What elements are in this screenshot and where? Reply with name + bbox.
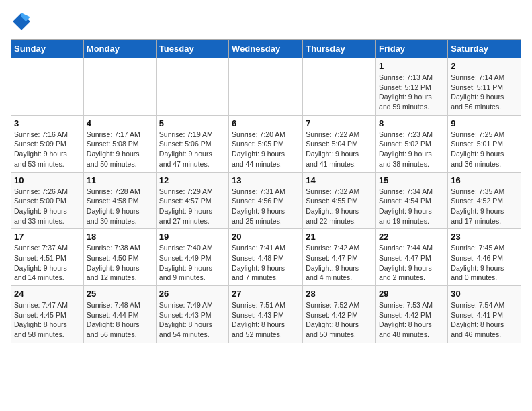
day-cell xyxy=(156,58,228,116)
day-cell: 19Sunrise: 7:40 AM Sunset: 4:49 PM Dayli… xyxy=(156,229,228,286)
day-detail: Sunrise: 7:53 AM Sunset: 4:42 PM Dayligh… xyxy=(379,300,445,340)
logo xyxy=(11,11,35,32)
day-cell: 3Sunrise: 7:16 AM Sunset: 5:09 PM Daylig… xyxy=(11,115,84,172)
day-number: 9 xyxy=(451,118,518,128)
day-detail: Sunrise: 7:51 AM Sunset: 4:43 PM Dayligh… xyxy=(232,300,300,340)
day-number: 20 xyxy=(232,232,300,242)
day-cell: 20Sunrise: 7:41 AM Sunset: 4:48 PM Dayli… xyxy=(229,229,303,286)
day-cell: 11Sunrise: 7:28 AM Sunset: 4:58 PM Dayli… xyxy=(83,172,156,229)
day-cell: 26Sunrise: 7:49 AM Sunset: 4:43 PM Dayli… xyxy=(156,286,228,343)
weekday-header-friday: Friday xyxy=(376,40,448,58)
day-detail: Sunrise: 7:38 AM Sunset: 4:50 PM Dayligh… xyxy=(87,243,153,283)
day-number: 11 xyxy=(87,175,153,185)
day-number: 29 xyxy=(379,289,445,299)
day-detail: Sunrise: 7:48 AM Sunset: 4:44 PM Dayligh… xyxy=(87,300,153,340)
day-number: 30 xyxy=(451,289,518,299)
day-cell: 28Sunrise: 7:52 AM Sunset: 4:42 PM Dayli… xyxy=(303,286,376,343)
day-number: 18 xyxy=(87,232,153,242)
day-number: 7 xyxy=(306,118,373,128)
day-detail: Sunrise: 7:20 AM Sunset: 5:05 PM Dayligh… xyxy=(232,130,300,169)
weekday-header-row: SundayMondayTuesdayWednesdayThursdayFrid… xyxy=(11,40,521,58)
day-detail: Sunrise: 7:31 AM Sunset: 4:56 PM Dayligh… xyxy=(232,187,300,226)
day-cell: 8Sunrise: 7:23 AM Sunset: 5:02 PM Daylig… xyxy=(376,115,448,172)
day-number: 24 xyxy=(14,289,81,299)
weekday-header-saturday: Saturday xyxy=(448,40,521,58)
day-number: 3 xyxy=(14,118,81,128)
day-detail: Sunrise: 7:29 AM Sunset: 4:57 PM Dayligh… xyxy=(159,187,226,226)
day-detail: Sunrise: 7:37 AM Sunset: 4:51 PM Dayligh… xyxy=(14,243,81,283)
week-row-1: 1Sunrise: 7:13 AM Sunset: 5:12 PM Daylig… xyxy=(11,58,521,116)
logo-icon xyxy=(11,11,32,32)
day-number: 25 xyxy=(87,289,153,299)
day-cell: 25Sunrise: 7:48 AM Sunset: 4:44 PM Dayli… xyxy=(83,286,156,343)
day-detail: Sunrise: 7:34 AM Sunset: 4:54 PM Dayligh… xyxy=(379,187,445,226)
day-detail: Sunrise: 7:35 AM Sunset: 4:52 PM Dayligh… xyxy=(451,187,518,226)
day-cell: 10Sunrise: 7:26 AM Sunset: 5:00 PM Dayli… xyxy=(11,172,84,229)
day-detail: Sunrise: 7:22 AM Sunset: 5:04 PM Dayligh… xyxy=(306,130,373,169)
day-cell xyxy=(303,58,376,116)
day-detail: Sunrise: 7:44 AM Sunset: 4:47 PM Dayligh… xyxy=(379,243,445,283)
day-number: 12 xyxy=(159,175,226,185)
day-cell: 24Sunrise: 7:47 AM Sunset: 4:45 PM Dayli… xyxy=(11,286,84,343)
day-number: 28 xyxy=(306,289,373,299)
day-number: 8 xyxy=(379,118,445,128)
day-detail: Sunrise: 7:45 AM Sunset: 4:46 PM Dayligh… xyxy=(451,243,518,283)
day-number: 26 xyxy=(159,289,226,299)
day-cell: 5Sunrise: 7:19 AM Sunset: 5:06 PM Daylig… xyxy=(156,115,228,172)
day-cell: 9Sunrise: 7:25 AM Sunset: 5:01 PM Daylig… xyxy=(448,115,521,172)
day-detail: Sunrise: 7:54 AM Sunset: 4:41 PM Dayligh… xyxy=(451,300,518,340)
day-cell: 16Sunrise: 7:35 AM Sunset: 4:52 PM Dayli… xyxy=(448,172,521,229)
day-cell: 27Sunrise: 7:51 AM Sunset: 4:43 PM Dayli… xyxy=(229,286,303,343)
day-number: 23 xyxy=(451,232,518,242)
day-detail: Sunrise: 7:52 AM Sunset: 4:42 PM Dayligh… xyxy=(306,300,373,340)
weekday-header-tuesday: Tuesday xyxy=(156,40,228,58)
day-number: 5 xyxy=(159,118,226,128)
weekday-header-thursday: Thursday xyxy=(303,40,376,58)
header xyxy=(11,11,521,32)
day-detail: Sunrise: 7:14 AM Sunset: 5:11 PM Dayligh… xyxy=(451,73,518,112)
day-detail: Sunrise: 7:28 AM Sunset: 4:58 PM Dayligh… xyxy=(87,187,153,226)
day-detail: Sunrise: 7:47 AM Sunset: 4:45 PM Dayligh… xyxy=(14,300,81,340)
weekday-header-wednesday: Wednesday xyxy=(229,40,303,58)
day-cell: 22Sunrise: 7:44 AM Sunset: 4:47 PM Dayli… xyxy=(376,229,448,286)
week-row-3: 10Sunrise: 7:26 AM Sunset: 5:00 PM Dayli… xyxy=(11,172,521,229)
day-cell: 21Sunrise: 7:42 AM Sunset: 4:47 PM Dayli… xyxy=(303,229,376,286)
day-number: 15 xyxy=(379,175,445,185)
day-detail: Sunrise: 7:17 AM Sunset: 5:08 PM Dayligh… xyxy=(87,130,153,169)
day-cell xyxy=(83,58,156,116)
day-cell: 13Sunrise: 7:31 AM Sunset: 4:56 PM Dayli… xyxy=(229,172,303,229)
day-cell: 29Sunrise: 7:53 AM Sunset: 4:42 PM Dayli… xyxy=(376,286,448,343)
day-number: 16 xyxy=(451,175,518,185)
day-cell: 17Sunrise: 7:37 AM Sunset: 4:51 PM Dayli… xyxy=(11,229,84,286)
week-row-5: 24Sunrise: 7:47 AM Sunset: 4:45 PM Dayli… xyxy=(11,286,521,343)
day-detail: Sunrise: 7:40 AM Sunset: 4:49 PM Dayligh… xyxy=(159,243,226,283)
day-detail: Sunrise: 7:16 AM Sunset: 5:09 PM Dayligh… xyxy=(14,130,81,169)
day-number: 10 xyxy=(14,175,81,185)
day-number: 22 xyxy=(379,232,445,242)
day-cell: 14Sunrise: 7:32 AM Sunset: 4:55 PM Dayli… xyxy=(303,172,376,229)
day-cell: 15Sunrise: 7:34 AM Sunset: 4:54 PM Dayli… xyxy=(376,172,448,229)
day-detail: Sunrise: 7:23 AM Sunset: 5:02 PM Dayligh… xyxy=(379,130,445,169)
day-detail: Sunrise: 7:32 AM Sunset: 4:55 PM Dayligh… xyxy=(306,187,373,226)
day-cell: 30Sunrise: 7:54 AM Sunset: 4:41 PM Dayli… xyxy=(448,286,521,343)
day-cell xyxy=(11,58,84,116)
day-detail: Sunrise: 7:25 AM Sunset: 5:01 PM Dayligh… xyxy=(451,130,518,169)
week-row-2: 3Sunrise: 7:16 AM Sunset: 5:09 PM Daylig… xyxy=(11,115,521,172)
day-cell: 7Sunrise: 7:22 AM Sunset: 5:04 PM Daylig… xyxy=(303,115,376,172)
day-cell: 18Sunrise: 7:38 AM Sunset: 4:50 PM Dayli… xyxy=(83,229,156,286)
day-detail: Sunrise: 7:41 AM Sunset: 4:48 PM Dayligh… xyxy=(232,243,300,283)
day-cell: 1Sunrise: 7:13 AM Sunset: 5:12 PM Daylig… xyxy=(376,58,448,116)
day-number: 27 xyxy=(232,289,300,299)
calendar-table: SundayMondayTuesdayWednesdayThursdayFrid… xyxy=(11,39,521,343)
weekday-header-monday: Monday xyxy=(83,40,156,58)
day-detail: Sunrise: 7:49 AM Sunset: 4:43 PM Dayligh… xyxy=(159,300,226,340)
day-detail: Sunrise: 7:42 AM Sunset: 4:47 PM Dayligh… xyxy=(306,243,373,283)
day-cell: 12Sunrise: 7:29 AM Sunset: 4:57 PM Dayli… xyxy=(156,172,228,229)
day-number: 14 xyxy=(306,175,373,185)
week-row-4: 17Sunrise: 7:37 AM Sunset: 4:51 PM Dayli… xyxy=(11,229,521,286)
day-cell xyxy=(229,58,303,116)
day-cell: 23Sunrise: 7:45 AM Sunset: 4:46 PM Dayli… xyxy=(448,229,521,286)
weekday-header-sunday: Sunday xyxy=(11,40,84,58)
day-number: 1 xyxy=(379,61,445,71)
day-number: 6 xyxy=(232,118,300,128)
